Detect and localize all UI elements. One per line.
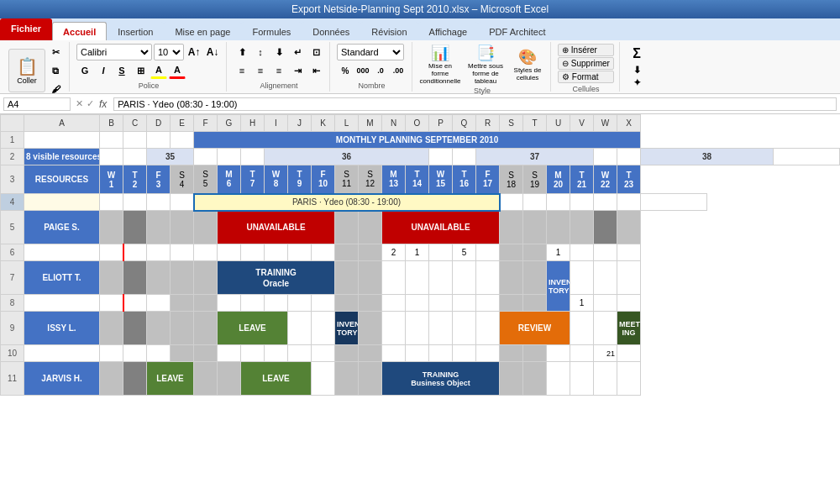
cell-X8[interactable] [617, 295, 641, 312]
cell-K8[interactable] [312, 295, 335, 312]
paige-V5[interactable] [570, 211, 594, 244]
cell-B1[interactable] [100, 132, 123, 149]
eliott-S7[interactable] [500, 261, 523, 295]
cell-F2[interactable] [194, 149, 218, 165]
merge-icon[interactable]: ⊡ [307, 44, 324, 60]
issy-inventory-2[interactable]: INVENTORY [335, 312, 359, 345]
col-J[interactable]: J [288, 115, 312, 132]
paris-ydeo-label[interactable]: PARIS · Ydeo (08:30 - 19:00) [194, 194, 500, 211]
cell-J10[interactable] [288, 345, 312, 362]
paige-F5[interactable] [194, 211, 218, 244]
week-37[interactable]: 37 [476, 149, 594, 165]
paige-B5[interactable] [100, 211, 123, 244]
cell-V6[interactable] [570, 244, 594, 261]
jarvis-S11[interactable] [500, 362, 523, 396]
cell-C4[interactable] [123, 194, 147, 211]
cell-P6[interactable] [429, 244, 453, 261]
cell-U2[interactable] [617, 149, 641, 165]
issy-M9[interactable] [359, 312, 382, 345]
cell-W4[interactable] [617, 194, 641, 211]
day-S19[interactable]: S19 [523, 165, 547, 194]
cell-K10[interactable] [312, 345, 335, 362]
cell-T8[interactable] [523, 295, 547, 312]
day-T7[interactable]: T7 [241, 165, 265, 194]
eliott-P7[interactable] [429, 261, 453, 295]
decrease-decimal-icon[interactable]: .0 [372, 62, 389, 79]
cell-O8[interactable] [406, 295, 429, 312]
col-M[interactable]: M [359, 115, 382, 132]
col-K[interactable]: K [312, 115, 335, 132]
paige-X5[interactable] [617, 211, 641, 244]
col-C[interactable]: C [123, 115, 147, 132]
issy-leave[interactable]: LEAVE [218, 312, 288, 345]
cell-E4[interactable] [171, 194, 194, 211]
eliott-E7[interactable] [171, 261, 194, 295]
paintbrush-icon[interactable]: 🖌 [47, 81, 64, 97]
resource-eliott[interactable]: ELIOTT T. [24, 261, 100, 295]
format-button[interactable]: ⚙ Format [558, 71, 614, 83]
cell-L10[interactable] [335, 345, 359, 362]
jarvis-K11[interactable] [312, 362, 335, 396]
cell-reference[interactable] [3, 97, 71, 111]
cell-G8[interactable] [218, 295, 241, 312]
align-center-icon[interactable]: ≡ [252, 62, 269, 79]
jarvis-F11[interactable] [194, 362, 218, 396]
col-F[interactable]: F [194, 115, 218, 132]
eliott-M7[interactable] [359, 261, 382, 295]
cell-L8[interactable] [335, 295, 359, 312]
percent-icon[interactable]: % [337, 62, 354, 79]
resource-jarvis[interactable]: JARVIS H. [24, 362, 100, 396]
tab-pdf[interactable]: PDF Architect [478, 22, 556, 40]
cell-B4[interactable] [100, 194, 123, 211]
align-right-icon[interactable]: ≡ [270, 62, 287, 79]
cell-D8[interactable] [147, 295, 171, 312]
col-V[interactable]: V [570, 115, 594, 132]
increase-font-icon[interactable]: A↑ [186, 44, 202, 60]
day-S5[interactable]: S5 [194, 165, 218, 194]
cell-O6[interactable]: 1 [406, 244, 429, 261]
tab-affichage[interactable]: Affichage [418, 22, 479, 40]
day-T9[interactable]: T9 [288, 165, 312, 194]
eliott-O7[interactable] [406, 261, 429, 295]
cell-I8[interactable] [265, 295, 288, 312]
col-I[interactable]: I [265, 115, 288, 132]
cell-A6[interactable] [24, 244, 100, 261]
day-T23[interactable]: T23 [617, 165, 641, 194]
issy-D9[interactable] [147, 312, 171, 345]
tab-accueil[interactable]: Accueil [52, 22, 107, 40]
jarvis-G11[interactable] [218, 362, 241, 396]
eliott-F7[interactable] [194, 261, 218, 295]
cell-A4[interactable] [24, 194, 100, 211]
cell-S6[interactable] [500, 244, 523, 261]
eliott-R7[interactable] [476, 261, 500, 295]
wrap-text-icon[interactable]: ↵ [289, 44, 306, 60]
cell-styles-button[interactable]: 🎨 Styles de cellules [510, 48, 545, 81]
day-M13[interactable]: M13 [382, 165, 406, 194]
paige-W5[interactable] [594, 211, 617, 244]
cell-K6[interactable] [312, 244, 335, 261]
week-38[interactable]: 38 [641, 149, 774, 165]
jarvis-leave-1[interactable]: LEAVE [147, 362, 194, 396]
cell-R6[interactable] [476, 244, 500, 261]
day-T16[interactable]: T16 [453, 165, 476, 194]
paige-U5[interactable] [547, 211, 570, 244]
cell-E10[interactable] [171, 345, 194, 362]
cell-O2[interactable] [453, 149, 476, 165]
cell-P8[interactable] [429, 295, 453, 312]
issy-E9[interactable] [171, 312, 194, 345]
col-B[interactable]: B [100, 115, 123, 132]
cell-J6[interactable] [288, 244, 312, 261]
cell-H8[interactable] [241, 295, 265, 312]
tab-mise-en-page[interactable]: Mise en page [164, 22, 241, 40]
cell-F8[interactable] [194, 295, 218, 312]
sum-icon[interactable]: Σ [625, 45, 648, 62]
cell-E8[interactable] [171, 295, 194, 312]
col-S[interactable]: S [500, 115, 523, 132]
number-format-select[interactable]: Standard [337, 44, 404, 60]
align-middle-icon[interactable]: ↕ [252, 44, 269, 60]
cell-H10[interactable] [241, 345, 265, 362]
cell-U6[interactable]: 1 [547, 244, 570, 261]
cell-C8[interactable] [123, 295, 147, 312]
italic-button[interactable]: I [95, 62, 112, 79]
cell-Q6[interactable]: 5 [453, 244, 476, 261]
